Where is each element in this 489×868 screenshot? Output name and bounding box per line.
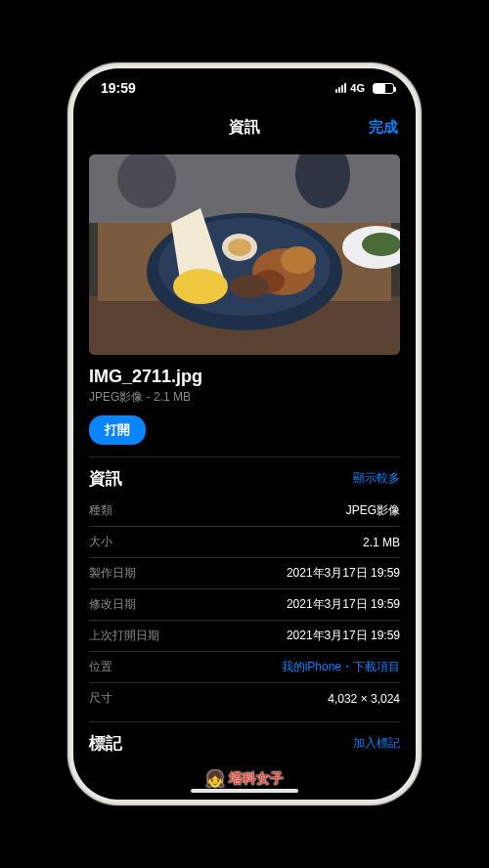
file-subtitle: JPEG影像 - 2.1 MB xyxy=(89,389,400,406)
info-row: 製作日期2021年3月17日 19:59 xyxy=(89,558,400,589)
info-row: 位置我的iPhone・下載項目 xyxy=(89,652,400,683)
watermark-text: 塔科女子 xyxy=(229,770,284,788)
image-preview[interactable] xyxy=(89,154,400,355)
tags-section-title: 標記 xyxy=(89,732,122,755)
show-more-button[interactable]: 顯示較多 xyxy=(353,470,400,487)
info-value: 2021年3月17日 19:59 xyxy=(287,565,400,582)
content: IMG_2711.jpg JPEG影像 - 2.1 MB 打開 資訊 顯示較多 … xyxy=(73,154,416,800)
svg-point-8 xyxy=(228,239,251,256)
info-label: 尺寸 xyxy=(89,690,112,707)
file-name: IMG_2711.jpg xyxy=(89,367,400,387)
open-button[interactable]: 打開 xyxy=(89,415,146,445)
svg-point-14 xyxy=(362,233,400,256)
svg-point-10 xyxy=(281,246,316,274)
info-row: 種類JPEG影像 xyxy=(89,496,400,527)
info-row: 上次打開日期2021年3月17日 19:59 xyxy=(89,621,400,652)
network-label: 4G xyxy=(350,82,365,94)
tags-section-header: 標記 加入標記 xyxy=(89,732,400,755)
svg-point-12 xyxy=(230,275,269,298)
info-label: 修改日期 xyxy=(89,596,136,613)
info-section-header: 資訊 顯示較多 xyxy=(89,467,400,490)
nav-bar: 資訊 完成 xyxy=(73,108,416,147)
screen: 19:59 4G 資訊 完成 xyxy=(73,68,416,800)
info-label: 種類 xyxy=(89,502,112,519)
watermark: 👧 塔科女子 xyxy=(205,769,284,788)
info-value: 2021年3月17日 19:59 xyxy=(287,596,400,613)
info-value: 2.1 MB xyxy=(363,536,400,549)
info-label: 上次打開日期 xyxy=(89,628,159,644)
info-row: 尺寸4,032 × 3,024 xyxy=(89,683,400,714)
status-right: 4G xyxy=(335,82,394,94)
info-value: JPEG影像 xyxy=(346,502,400,519)
info-value: 2021年3月17日 19:59 xyxy=(287,628,400,644)
done-button[interactable]: 完成 xyxy=(369,118,398,137)
add-tag-button[interactable]: 加入標記 xyxy=(353,735,400,752)
info-value-link[interactable]: 我的iPhone・下載項目 xyxy=(282,659,400,675)
info-section-title: 資訊 xyxy=(89,467,122,490)
info-label: 大小 xyxy=(89,534,112,550)
signal-icon xyxy=(335,83,346,93)
phone-frame: 19:59 4G 資訊 完成 xyxy=(67,63,422,805)
notch xyxy=(171,68,318,92)
info-label: 製作日期 xyxy=(89,565,136,582)
info-value: 4,032 × 3,024 xyxy=(328,692,400,706)
status-time: 19:59 xyxy=(101,80,136,96)
phone-inner: 19:59 4G 資訊 完成 xyxy=(73,68,416,800)
info-rows: 種類JPEG影像大小2.1 MB製作日期2021年3月17日 19:59修改日期… xyxy=(89,496,400,714)
info-row: 修改日期2021年3月17日 19:59 xyxy=(89,589,400,621)
watermark-icon: 👧 xyxy=(205,769,225,788)
home-indicator[interactable] xyxy=(191,789,298,793)
info-section: 資訊 顯示較多 種類JPEG影像大小2.1 MB製作日期2021年3月17日 1… xyxy=(89,456,400,714)
info-row: 大小2.1 MB xyxy=(89,527,400,558)
tags-section: 標記 加入標記 xyxy=(89,721,400,755)
battery-icon xyxy=(373,83,394,94)
info-label: 位置 xyxy=(89,659,112,675)
page-title: 資訊 xyxy=(229,117,260,138)
svg-point-6 xyxy=(173,269,228,304)
